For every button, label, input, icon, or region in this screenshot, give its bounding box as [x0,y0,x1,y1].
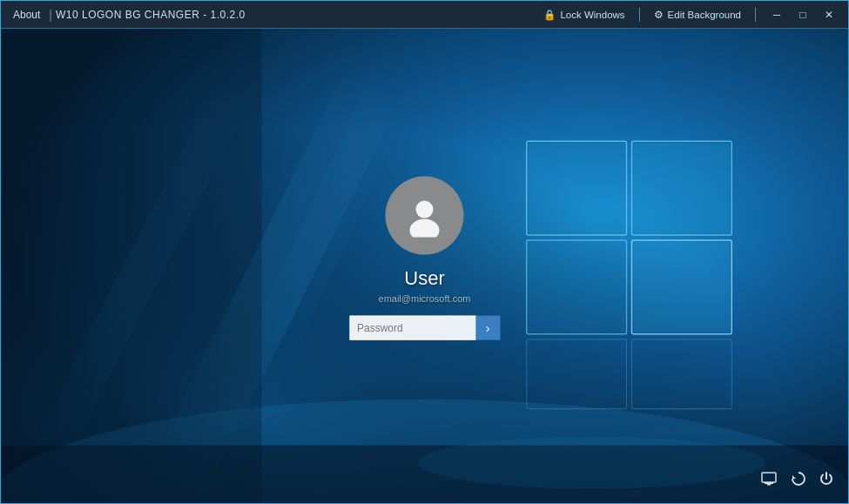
svg-rect-22 [765,482,773,484]
svg-point-17 [418,437,765,489]
maximize-button[interactable]: □ [791,4,815,25]
svg-rect-23 [767,484,771,486]
edit-background-button[interactable]: ⚙ Edit Background [649,7,746,23]
user-email-label: email@microsoft.com [379,292,471,303]
password-row: › [349,315,500,339]
title-bar: About | W10 LOGON BG CHANGER - 1.0.2.0 🔒… [1,1,848,29]
svg-rect-13 [634,242,731,333]
edit-background-label: Edit Background [668,10,741,20]
lock-windows-button[interactable]: 🔒 Lock Windows [538,7,630,23]
password-submit-button[interactable]: › [475,315,500,339]
svg-marker-24 [792,475,796,479]
user-icon [403,193,447,237]
username-label: User [404,266,444,289]
gear-icon: ⚙ [654,9,664,21]
svg-rect-21 [762,473,776,482]
network-icon[interactable] [761,472,778,490]
title-bar-left: About | W10 LOGON BG CHANGER - 1.0.2.0 [8,7,246,23]
title-separator: | [45,8,56,22]
svg-rect-9 [634,143,731,233]
lock-icon: 🔒 [543,9,556,21]
window-controls: ─ □ ✕ [765,4,841,25]
minimize-button[interactable]: ─ [765,4,789,25]
svg-point-20 [410,218,440,237]
bottom-icons [761,471,834,491]
login-panel: User email@microsoft.com › [349,176,500,339]
svg-rect-7 [529,143,625,233]
app-window: About | W10 LOGON BG CHANGER - 1.0.2.0 🔒… [0,0,849,504]
main-content: User email@microsoft.com › [1,29,848,503]
power-icon[interactable] [819,471,834,491]
title-bar-divider2 [755,8,756,22]
about-button[interactable]: About [8,7,45,23]
close-button[interactable]: ✕ [817,4,841,25]
title-bar-divider [639,8,640,22]
svg-rect-18 [1,29,261,503]
lock-windows-label: Lock Windows [560,10,624,20]
svg-rect-11 [529,242,625,333]
app-title: W10 LOGON BG CHANGER - 1.0.2.0 [56,9,246,21]
password-input[interactable] [349,315,475,339]
connect-icon[interactable] [791,471,806,491]
svg-point-19 [416,200,434,218]
arrow-icon: › [486,320,490,334]
avatar [386,176,464,254]
title-bar-right: 🔒 Lock Windows ⚙ Edit Background ─ □ ✕ [538,4,841,25]
